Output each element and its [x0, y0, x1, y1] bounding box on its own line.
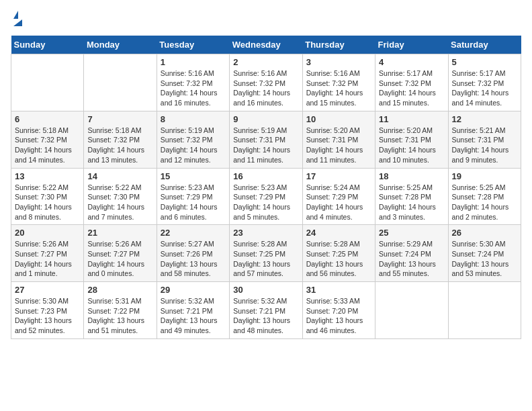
day-info: Sunrise: 5:23 AMSunset: 7:29 PMDaylight:…	[233, 183, 298, 222]
calendar-cell: 14Sunrise: 5:22 AMSunset: 7:30 PMDayligh…	[84, 168, 157, 225]
page-header	[11, 11, 521, 28]
day-info: Sunrise: 5:30 AMSunset: 7:23 PMDaylight:…	[15, 296, 80, 336]
day-info: Sunrise: 5:29 AMSunset: 7:24 PMDaylight:…	[379, 239, 444, 279]
col-header-thursday: Thursday	[302, 36, 375, 54]
day-info: Sunrise: 5:23 AMSunset: 7:29 PMDaylight:…	[161, 183, 226, 222]
calendar-cell: 17Sunrise: 5:24 AMSunset: 7:29 PMDayligh…	[302, 168, 375, 225]
calendar-cell: 12Sunrise: 5:21 AMSunset: 7:31 PMDayligh…	[448, 111, 521, 168]
day-info: Sunrise: 5:18 AMSunset: 7:32 PMDaylight:…	[87, 126, 152, 165]
calendar-cell: 7Sunrise: 5:18 AMSunset: 7:32 PMDaylight…	[84, 111, 157, 168]
calendar-cell: 21Sunrise: 5:26 AMSunset: 7:27 PMDayligh…	[84, 225, 157, 282]
day-info: Sunrise: 5:20 AMSunset: 7:31 PMDaylight:…	[306, 126, 371, 165]
calendar-cell: 1Sunrise: 5:16 AMSunset: 7:32 PMDaylight…	[157, 54, 229, 111]
col-header-wednesday: Wednesday	[230, 36, 302, 54]
day-number: 11	[379, 114, 444, 124]
calendar-cell: 22Sunrise: 5:27 AMSunset: 7:26 PMDayligh…	[157, 225, 229, 282]
calendar-cell: 8Sunrise: 5:19 AMSunset: 7:32 PMDaylight…	[157, 111, 229, 168]
calendar-cell: 4Sunrise: 5:17 AMSunset: 7:32 PMDaylight…	[375, 54, 448, 111]
day-number: 25	[379, 228, 444, 238]
day-info: Sunrise: 5:26 AMSunset: 7:27 PMDaylight:…	[15, 239, 80, 279]
calendar-cell	[84, 54, 157, 111]
calendar-cell: 18Sunrise: 5:25 AMSunset: 7:28 PMDayligh…	[375, 168, 448, 225]
calendar-cell: 25Sunrise: 5:29 AMSunset: 7:24 PMDayligh…	[375, 225, 448, 282]
day-info: Sunrise: 5:31 AMSunset: 7:22 PMDaylight:…	[87, 296, 152, 336]
day-info: Sunrise: 5:17 AMSunset: 7:32 PMDaylight:…	[379, 68, 444, 108]
calendar-cell: 30Sunrise: 5:32 AMSunset: 7:21 PMDayligh…	[230, 282, 302, 339]
day-number: 6	[15, 114, 80, 124]
day-info: Sunrise: 5:18 AMSunset: 7:32 PMDaylight:…	[15, 126, 80, 165]
day-number: 16	[233, 171, 298, 181]
day-info: Sunrise: 5:22 AMSunset: 7:30 PMDaylight:…	[87, 183, 152, 222]
day-info: Sunrise: 5:24 AMSunset: 7:29 PMDaylight:…	[306, 183, 371, 222]
calendar-cell: 20Sunrise: 5:26 AMSunset: 7:27 PMDayligh…	[11, 225, 84, 282]
day-number: 26	[452, 228, 517, 238]
calendar-cell	[448, 282, 521, 339]
day-number: 23	[233, 228, 298, 238]
day-info: Sunrise: 5:17 AMSunset: 7:32 PMDaylight:…	[452, 68, 517, 108]
day-info: Sunrise: 5:32 AMSunset: 7:21 PMDaylight:…	[161, 296, 226, 336]
day-number: 14	[87, 171, 152, 181]
day-info: Sunrise: 5:16 AMSunset: 7:32 PMDaylight:…	[161, 68, 226, 108]
day-number: 31	[306, 285, 371, 295]
calendar-cell: 3Sunrise: 5:16 AMSunset: 7:32 PMDaylight…	[302, 54, 375, 111]
calendar-header-row: SundayMondayTuesdayWednesdayThursdayFrid…	[11, 36, 521, 54]
day-number: 24	[306, 228, 371, 238]
calendar-cell: 26Sunrise: 5:30 AMSunset: 7:24 PMDayligh…	[448, 225, 521, 282]
col-header-saturday: Saturday	[448, 36, 521, 54]
week-row-2: 6Sunrise: 5:18 AMSunset: 7:32 PMDaylight…	[11, 111, 521, 168]
calendar-cell: 29Sunrise: 5:32 AMSunset: 7:21 PMDayligh…	[157, 282, 229, 339]
day-info: Sunrise: 5:20 AMSunset: 7:31 PMDaylight:…	[379, 126, 444, 165]
day-info: Sunrise: 5:28 AMSunset: 7:25 PMDaylight:…	[233, 239, 298, 279]
day-number: 21	[87, 228, 152, 238]
day-number: 7	[87, 114, 152, 124]
day-number: 9	[233, 114, 298, 124]
logo	[11, 11, 22, 28]
day-info: Sunrise: 5:25 AMSunset: 7:28 PMDaylight:…	[452, 183, 517, 222]
calendar-table: SundayMondayTuesdayWednesdayThursdayFrid…	[11, 36, 521, 339]
day-info: Sunrise: 5:26 AMSunset: 7:27 PMDaylight:…	[87, 239, 152, 279]
week-row-5: 27Sunrise: 5:30 AMSunset: 7:23 PMDayligh…	[11, 282, 521, 339]
day-number: 2	[233, 57, 298, 67]
day-number: 1	[161, 57, 226, 67]
col-header-tuesday: Tuesday	[157, 36, 229, 54]
calendar-cell: 23Sunrise: 5:28 AMSunset: 7:25 PMDayligh…	[230, 225, 302, 282]
day-info: Sunrise: 5:16 AMSunset: 7:32 PMDaylight:…	[306, 68, 371, 108]
calendar-cell	[375, 282, 448, 339]
day-number: 3	[306, 57, 371, 67]
week-row-1: 1Sunrise: 5:16 AMSunset: 7:32 PMDaylight…	[11, 54, 521, 111]
day-number: 12	[452, 114, 517, 124]
calendar-cell: 13Sunrise: 5:22 AMSunset: 7:30 PMDayligh…	[11, 168, 84, 225]
calendar-cell: 6Sunrise: 5:18 AMSunset: 7:32 PMDaylight…	[11, 111, 84, 168]
day-number: 22	[161, 228, 226, 238]
day-info: Sunrise: 5:32 AMSunset: 7:21 PMDaylight:…	[233, 296, 298, 336]
day-number: 4	[379, 57, 444, 67]
day-number: 13	[15, 171, 80, 181]
calendar-cell: 11Sunrise: 5:20 AMSunset: 7:31 PMDayligh…	[375, 111, 448, 168]
calendar-cell: 10Sunrise: 5:20 AMSunset: 7:31 PMDayligh…	[302, 111, 375, 168]
calendar-cell: 16Sunrise: 5:23 AMSunset: 7:29 PMDayligh…	[230, 168, 302, 225]
day-info: Sunrise: 5:33 AMSunset: 7:20 PMDaylight:…	[306, 296, 371, 336]
calendar-cell: 9Sunrise: 5:19 AMSunset: 7:31 PMDaylight…	[230, 111, 302, 168]
calendar-cell: 2Sunrise: 5:16 AMSunset: 7:32 PMDaylight…	[230, 54, 302, 111]
day-info: Sunrise: 5:28 AMSunset: 7:25 PMDaylight:…	[306, 239, 371, 279]
calendar-cell: 28Sunrise: 5:31 AMSunset: 7:22 PMDayligh…	[84, 282, 157, 339]
day-info: Sunrise: 5:16 AMSunset: 7:32 PMDaylight:…	[233, 68, 298, 108]
day-info: Sunrise: 5:25 AMSunset: 7:28 PMDaylight:…	[379, 183, 444, 222]
calendar-cell: 19Sunrise: 5:25 AMSunset: 7:28 PMDayligh…	[448, 168, 521, 225]
day-number: 5	[452, 57, 517, 67]
day-number: 18	[379, 171, 444, 181]
day-info: Sunrise: 5:19 AMSunset: 7:32 PMDaylight:…	[161, 126, 226, 165]
day-info: Sunrise: 5:21 AMSunset: 7:31 PMDaylight:…	[452, 126, 517, 165]
day-number: 17	[306, 171, 371, 181]
col-header-friday: Friday	[375, 36, 448, 54]
week-row-4: 20Sunrise: 5:26 AMSunset: 7:27 PMDayligh…	[11, 225, 521, 282]
calendar-cell: 27Sunrise: 5:30 AMSunset: 7:23 PMDayligh…	[11, 282, 84, 339]
day-number: 20	[15, 228, 80, 238]
calendar-cell	[11, 54, 84, 111]
day-number: 29	[161, 285, 226, 295]
calendar-cell: 24Sunrise: 5:28 AMSunset: 7:25 PMDayligh…	[302, 225, 375, 282]
day-info: Sunrise: 5:19 AMSunset: 7:31 PMDaylight:…	[233, 126, 298, 165]
day-number: 28	[87, 285, 152, 295]
day-info: Sunrise: 5:22 AMSunset: 7:30 PMDaylight:…	[15, 183, 80, 222]
calendar-cell: 15Sunrise: 5:23 AMSunset: 7:29 PMDayligh…	[157, 168, 229, 225]
